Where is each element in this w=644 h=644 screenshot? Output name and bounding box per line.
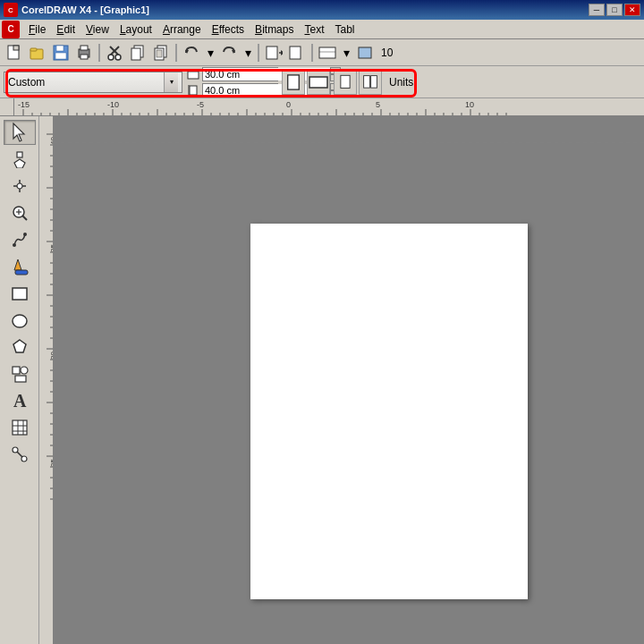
menu-arrange[interactable]: Arrange — [157, 21, 207, 38]
connector-tool[interactable] — [4, 442, 36, 467]
menu-text[interactable]: Text — [299, 21, 329, 38]
menu-effects[interactable]: Effects — [207, 21, 250, 38]
ellipse-tool[interactable] — [4, 308, 36, 333]
svg-point-13 — [115, 55, 121, 60]
menu-table[interactable]: Tabl — [329, 21, 360, 38]
close-button[interactable]: ✕ — [624, 4, 640, 16]
save-button[interactable] — [50, 42, 72, 64]
svg-line-44 — [22, 216, 27, 220]
svg-marker-52 — [13, 340, 26, 352]
svg-rect-26 — [319, 47, 335, 58]
svg-rect-53 — [13, 367, 20, 374]
svg-rect-36 — [364, 75, 370, 88]
copy-button[interactable] — [127, 42, 148, 64]
svg-rect-50 — [13, 288, 27, 300]
units-label: Units: — [389, 76, 417, 89]
menu-layout[interactable]: Layout — [114, 21, 157, 38]
svg-rect-29 — [188, 72, 199, 79]
export-button[interactable] — [286, 42, 308, 64]
app-icon: C — [4, 3, 18, 17]
svg-rect-39 — [17, 152, 22, 157]
svg-point-12 — [108, 55, 114, 60]
fill-tool[interactable] — [4, 254, 36, 279]
undo-dropdown[interactable]: ▾ — [204, 42, 216, 64]
transform-tool[interactable] — [4, 174, 36, 199]
toolbar1: ▾ ▾ ▾ 10 — [0, 39, 644, 66]
minimize-button[interactable]: ─ — [589, 4, 605, 16]
freehand-tool[interactable] — [4, 227, 36, 252]
svg-rect-33 — [288, 74, 300, 89]
view1-button[interactable] — [317, 42, 338, 64]
svg-rect-34 — [309, 77, 327, 88]
svg-point-48 — [23, 233, 27, 236]
separator2 — [175, 44, 177, 62]
polygon-tool[interactable] — [4, 335, 36, 360]
table-tool[interactable] — [4, 415, 36, 440]
zoom-tool[interactable] — [4, 200, 36, 225]
svg-marker-23 — [281, 50, 283, 55]
content-area — [39, 116, 644, 644]
svg-rect-31 — [190, 86, 197, 95]
svg-rect-6 — [55, 53, 66, 59]
menu-file[interactable]: File — [23, 21, 51, 38]
property-bar: Custom ▾ Custom A4 A3 Letter Legal ▲ — [0, 66, 644, 98]
main-area: A — [0, 116, 644, 644]
ruler-left — [39, 116, 54, 644]
selection-tool[interactable] — [4, 120, 36, 145]
ruler-top — [14, 98, 644, 116]
svg-point-54 — [21, 367, 28, 374]
import-button[interactable] — [263, 42, 284, 64]
svg-line-64 — [17, 452, 22, 457]
paste-button[interactable] — [150, 42, 172, 64]
basic-shape-tool[interactable] — [4, 361, 36, 386]
menu-bitmaps[interactable]: Bitmaps — [250, 21, 299, 38]
portrait-button[interactable] — [282, 70, 305, 95]
undo-button[interactable] — [181, 42, 202, 64]
menu-view[interactable]: View — [80, 21, 114, 38]
svg-point-51 — [13, 315, 27, 327]
svg-rect-1 — [13, 46, 19, 50]
page-size-dropdown[interactable]: Custom ▾ Custom A4 A3 Letter Legal — [4, 72, 182, 93]
print-button[interactable] — [73, 42, 95, 64]
svg-rect-3 — [30, 48, 37, 51]
title-controls: ─ □ ✕ — [589, 4, 640, 16]
rectangle-tool[interactable] — [4, 281, 36, 306]
separator4 — [311, 44, 313, 62]
svg-rect-55 — [15, 376, 26, 382]
menu-edit[interactable]: Edit — [51, 21, 80, 38]
redo-button[interactable] — [218, 42, 240, 64]
landscape-button[interactable] — [307, 70, 330, 95]
maximize-button[interactable]: □ — [606, 4, 623, 16]
view-dropdown[interactable]: ▾ — [340, 42, 352, 64]
view2-button[interactable] — [354, 42, 376, 64]
cut-button[interactable] — [104, 42, 125, 64]
page-layout-group — [334, 70, 382, 95]
ruler-corner — [0, 98, 14, 116]
menu-bar: C File Edit View Layout Arrange Effects … — [0, 20, 644, 39]
canvas-area[interactable] — [54, 116, 644, 644]
width-icon — [186, 68, 200, 80]
svg-point-42 — [17, 183, 22, 189]
dimension-group: ▲ ▼ ▲ ▼ — [186, 67, 278, 97]
svg-rect-24 — [290, 47, 301, 59]
svg-rect-15 — [131, 48, 140, 60]
menu-app-icon: C — [2, 21, 20, 38]
facing-pages-button[interactable] — [359, 70, 382, 95]
redo-dropdown[interactable]: ▾ — [242, 42, 254, 64]
open-button[interactable] — [27, 42, 48, 64]
page-orientation-group — [282, 70, 330, 95]
text-tool[interactable]: A — [4, 388, 36, 413]
svg-rect-21 — [267, 47, 277, 59]
title-bar: C CorelDRAW X4 - [Graphic1] ─ □ ✕ — [0, 0, 644, 20]
node-tool[interactable] — [4, 147, 36, 172]
single-page-button[interactable] — [334, 70, 357, 95]
left-toolbar: A — [0, 116, 39, 644]
height-icon — [186, 84, 200, 97]
zoom-level: 10 — [381, 47, 393, 59]
svg-rect-57 — [13, 420, 27, 435]
height-row: ▲ ▼ — [186, 83, 278, 97]
svg-rect-37 — [371, 75, 377, 88]
new-button[interactable] — [4, 42, 25, 64]
svg-rect-28 — [359, 47, 371, 58]
svg-rect-49 — [15, 270, 28, 275]
